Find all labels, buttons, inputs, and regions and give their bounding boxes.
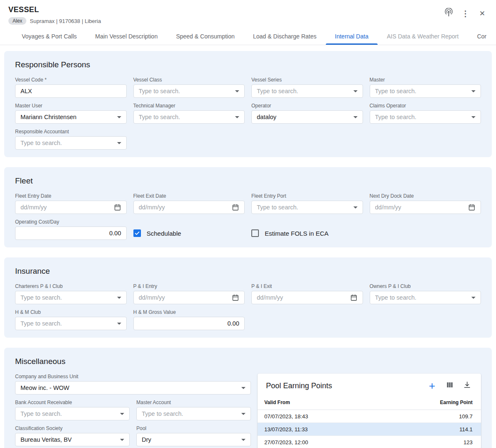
master-select[interactable]: Type to search. [370, 84, 481, 98]
field-label: Company and Business Unit [15, 374, 251, 379]
grid-spacer [251, 309, 363, 330]
select-placeholder: Type to search. [20, 410, 117, 417]
company-business-unit-field: Company and Business Unit Meow inc. - WO… [15, 374, 251, 395]
overflow-menu-button[interactable]: ⋮ [459, 7, 472, 20]
field-label: Operator [251, 103, 363, 109]
table-row[interactable]: 13/07/2023, 11:33 114.1 [258, 423, 481, 436]
field-label: Pool [136, 425, 251, 431]
section-responsible-persons: Responsible Persons Vessel Code * Vessel… [4, 51, 492, 157]
field-label: Classification Society [15, 425, 130, 431]
chevron-down-icon [241, 413, 245, 415]
plus-icon: + [429, 379, 435, 392]
calendar-icon[interactable] [232, 204, 239, 211]
tab-cor-truncated[interactable]: Cor [468, 28, 496, 45]
operator-select[interactable]: dataloy [251, 110, 363, 124]
broadcast-button[interactable] [442, 7, 455, 20]
tab-speed-consumption[interactable]: Speed & Consumption [167, 28, 244, 45]
master-user-select[interactable]: Mariann Christensen [15, 110, 127, 124]
header-actions: ⋮ ✕ [442, 5, 488, 20]
fleet-grid: Fleet Entry Date Fleet Exit Date [15, 193, 481, 240]
schedulable-label: Schedulable [147, 230, 182, 237]
field-label: Operating Cost/Day [15, 219, 127, 225]
owners-pi-club-select[interactable]: Type to search. [370, 291, 481, 304]
pi-exit-input[interactable] [257, 294, 347, 301]
vessel-class-select[interactable]: Type to search. [133, 84, 245, 98]
table-row[interactable]: 07/07/2023, 18:43 109.7 [258, 410, 481, 423]
field-label: Master Account [136, 400, 251, 405]
operator-field: Operator dataloy [251, 103, 363, 124]
select-placeholder: Type to search. [142, 410, 238, 417]
vessel-chip: Alex [8, 17, 26, 25]
bank-account-receivable-select[interactable]: Type to search. [15, 407, 130, 420]
chevron-down-icon [353, 90, 358, 92]
calendar-icon[interactable] [232, 294, 239, 301]
section-title: Responsible Persons [15, 60, 481, 69]
operating-cost-day-input-box [15, 227, 127, 240]
column-settings-button[interactable] [444, 380, 455, 391]
calendar-icon[interactable] [114, 204, 121, 211]
operating-cost-day-input[interactable] [20, 230, 121, 237]
overflow-menu-icon: ⋮ [462, 9, 470, 18]
pool-select[interactable]: Dry [136, 433, 251, 446]
select-placeholder: Type to search. [375, 88, 468, 94]
master-account-select[interactable]: Type to search. [136, 407, 251, 420]
charterers-pi-club-field: Charterers P & I Club Type to search. [15, 283, 127, 304]
responsible-accountant-select[interactable]: Type to search. [15, 136, 127, 150]
company-business-unit-select[interactable]: Meow inc. - WOW [15, 381, 251, 395]
pi-entry-input[interactable] [139, 294, 229, 301]
tab-voyages-port-calls[interactable]: Voyages & Port Calls [13, 28, 86, 45]
view-columns-icon [446, 381, 454, 391]
estimate-fols-checkbox[interactable] [251, 229, 259, 237]
chevron-down-icon [117, 116, 121, 118]
fleet-exit-date-input[interactable] [139, 204, 229, 211]
select-placeholder: Type to search. [257, 204, 350, 211]
calendar-icon[interactable] [468, 204, 476, 211]
select-value: Mariann Christensen [20, 114, 114, 120]
field-label: Vessel Class [133, 77, 245, 83]
technical-manager-select[interactable]: Type to search. [133, 110, 245, 124]
table-row[interactable]: 27/07/2023, 12:00 123 [258, 436, 481, 448]
hm-gross-value-input[interactable] [139, 320, 240, 327]
field-label: Fleet Entry Port [251, 193, 363, 199]
claims-operator-select[interactable]: Type to search. [370, 110, 481, 124]
field-label: P & I Entry [133, 283, 245, 289]
tab-main-vessel-description[interactable]: Main Vessel Description [86, 28, 167, 45]
select-value: Meow inc. - WOW [20, 384, 238, 391]
claims-operator-field: Claims Operator Type to search. [370, 103, 481, 124]
next-dry-dock-date-input[interactable] [375, 204, 465, 211]
field-label: Bank Account Receivable [15, 400, 130, 405]
chevron-down-icon [353, 116, 358, 118]
earning-point-cell: 123 [463, 439, 473, 445]
tab-load-discharge-rates[interactable]: Load & Discharge Rates [244, 28, 326, 45]
chevron-down-icon [117, 142, 121, 144]
valid-from-cell: 13/07/2023, 11:33 [264, 426, 308, 433]
select-value: Dry [142, 436, 238, 443]
vessel-series-select[interactable]: Type to search. [251, 84, 363, 98]
technical-manager-field: Technical Manager Type to search. [133, 103, 245, 124]
vessel-series-field: Vessel Series Type to search. [251, 77, 363, 98]
add-row-button[interactable]: + [427, 380, 437, 391]
select-placeholder: Type to search. [257, 88, 350, 94]
vessel-subtitle: Supramax | 9170638 | Liberia [30, 18, 101, 24]
calendar-icon[interactable] [350, 294, 358, 301]
tab-ais-data-weather-report[interactable]: AIS Data & Weather Report [378, 28, 468, 45]
charterers-pi-club-select[interactable]: Type to search. [15, 291, 127, 304]
responsible-persons-grid: Vessel Code * Vessel Class Type to searc… [15, 77, 481, 150]
page-title: VESSEL [8, 5, 101, 14]
select-placeholder: Type to search. [375, 114, 468, 120]
chevron-down-icon [117, 297, 121, 299]
vessel-code-input[interactable] [20, 88, 121, 94]
pool-earning-points-card: Pool Earning Points + [258, 374, 481, 448]
select-value: dataloy [257, 114, 350, 120]
grid-spacer [370, 309, 481, 330]
broadcast-icon [444, 8, 453, 19]
download-button[interactable] [462, 380, 473, 391]
close-button[interactable]: ✕ [476, 7, 488, 20]
schedulable-checkbox[interactable] [133, 229, 141, 237]
fleet-entry-date-input[interactable] [20, 204, 110, 211]
fleet-entry-port-select[interactable]: Type to search. [251, 201, 363, 214]
classification-society-select[interactable]: Bureau Veritas, BV [15, 433, 130, 446]
tab-internal-data[interactable]: Internal Data [326, 28, 378, 45]
hm-club-select[interactable]: Type to search. [15, 317, 127, 330]
tab-bar: Voyages & Port Calls Main Vessel Descrip… [0, 28, 496, 45]
